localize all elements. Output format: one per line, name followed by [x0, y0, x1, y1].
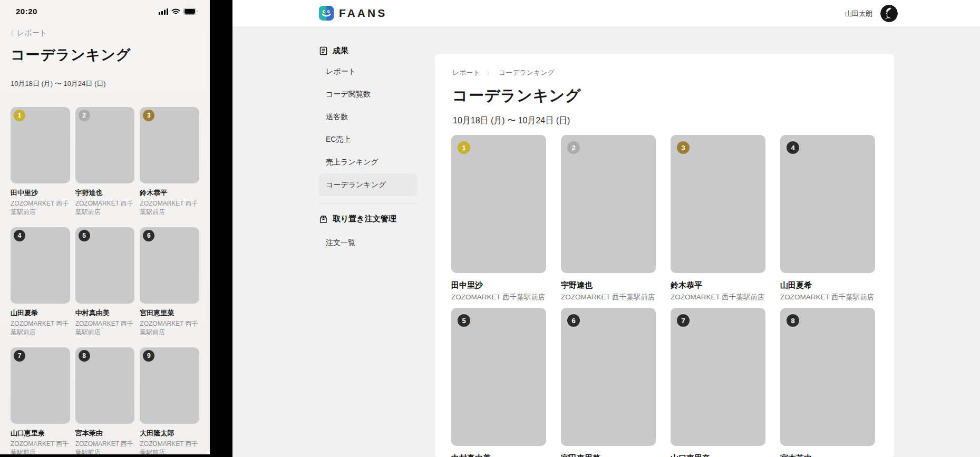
sidebar: 成果 レポート コーデ閲覧数 送客数 EC売上 売上ランキング コーデランキング… [319, 45, 417, 254]
sidebar-section-title: 取り置き注文管理 [333, 214, 396, 224]
staff-name: 宇野達也 [75, 189, 135, 197]
rank-badge: 2 [79, 110, 90, 121]
store-name: ZOZOMARKET 西千葉駅前店 [140, 199, 199, 216]
sidebar-item-コーデ閲覧数[interactable]: コーデ閲覧数 [319, 83, 417, 105]
ranking-card[interactable]: 4 山田夏希 ZOZOMARKET 西千葉駅前店 [780, 135, 875, 302]
phone-bottom-bar [0, 454, 210, 457]
ranking-card[interactable]: 2 宇野達也 ZOZOMARKET 西千葉駅前店 [75, 107, 135, 216]
brand-name: FAANS [339, 7, 387, 20]
staff-name: 山口恵里奈 [11, 429, 70, 437]
breadcrumb-item-report[interactable]: レポート [452, 68, 480, 77]
ranking-card[interactable]: 6 宮田恵里菜 ZOZOMARKET 西千葉駅前店 [561, 308, 656, 457]
ranking-card[interactable]: 6 宮田恵里菜 ZOZOMARKET 西千葉駅前店 [140, 227, 199, 336]
ranking-card[interactable]: 3 鈴木恭平 ZOZOMARKET 西千葉駅前店 [671, 135, 765, 302]
store-name: ZOZOMARKET 西千葉駅前店 [75, 319, 135, 336]
package-icon [319, 215, 328, 223]
desktop-panel: FAANS 山田太朗 成果 レポート [232, 0, 980, 457]
sidebar-item-レポート[interactable]: レポート [319, 60, 417, 83]
status-time: 20:20 [16, 7, 37, 16]
brand-logo[interactable]: FAANS [319, 6, 387, 21]
coordinate-image-placeholder[interactable]: 5 [451, 308, 546, 446]
coordinate-image-placeholder[interactable]: 4 [780, 135, 875, 273]
wifi-icon [171, 8, 180, 15]
staff-name: 中村真由美 [451, 453, 546, 457]
rank-badge: 1 [14, 110, 25, 121]
sidebar-item-EC売上[interactable]: EC売上 [319, 128, 417, 151]
store-name: ZOZOMARKET 西千葉駅前店 [140, 319, 199, 336]
chevron-right-icon: 〉 [487, 69, 492, 77]
staff-name: 宮本茉由 [75, 429, 135, 437]
staff-name: 山田夏希 [11, 309, 70, 317]
breadcrumb-item-current: コーデランキング [499, 68, 555, 77]
staff-name: 宇野達也 [561, 280, 656, 290]
signal-strength-icon [159, 8, 168, 15]
rank-badge: 3 [677, 141, 690, 154]
staff-name: 宮田恵里菜 [561, 453, 656, 457]
back-button[interactable]: 〈 レポート [6, 28, 47, 38]
ranking-card[interactable]: 8 宮本茉由 ZOZOMARKET 西千葉駅前店 [780, 308, 875, 457]
coordinate-image-placeholder[interactable]: 6 [561, 308, 656, 446]
rank-badge: 1 [458, 141, 470, 154]
ranking-card[interactable]: 8 宮本茉由 ZOZOMARKET 西千葉駅前店 [75, 347, 135, 456]
rank-badge: 5 [79, 230, 90, 241]
back-label: レポート [17, 28, 47, 38]
ranking-card[interactable]: 7 山口恵里奈 ZOZOMARKET 西千葉駅前店 [671, 308, 765, 457]
store-name: ZOZOMARKET 西千葉駅前店 [451, 293, 546, 302]
ranking-card[interactable]: 9 大田隆太郎 ZOZOMARKET 西千葉駅前店 [140, 347, 199, 456]
app-header: FAANS 山田太朗 [232, 0, 980, 27]
chevron-left-icon: 〈 [6, 30, 14, 37]
staff-name: 田中里沙 [451, 280, 546, 290]
rank-badge: 3 [143, 110, 154, 121]
staff-name: 田中里沙 [11, 189, 70, 197]
coordinate-image-placeholder[interactable]: 5 [75, 227, 135, 304]
sidebar-item-売上ランキング[interactable]: 売上ランキング [319, 151, 417, 173]
sidebar-section-results: 成果 [319, 45, 417, 56]
coordinate-image-placeholder[interactable]: 1 [11, 107, 70, 183]
staff-name: 宮田恵里菜 [140, 309, 199, 317]
coordinate-image-placeholder[interactable]: 8 [75, 347, 135, 424]
ranking-card[interactable]: 7 山口恵里奈 ZOZOMARKET 西千葉駅前店 [11, 347, 70, 456]
ranking-card[interactable]: 1 田中里沙 ZOZOMARKET 西千葉駅前店 [451, 135, 546, 302]
coordinate-image-placeholder[interactable]: 8 [780, 308, 875, 446]
coordinate-image-placeholder[interactable]: 7 [11, 347, 70, 424]
rank-badge: 6 [143, 230, 154, 241]
faans-logo-icon [319, 6, 334, 21]
sidebar-item-コーデランキング[interactable]: コーデランキング [319, 173, 417, 196]
status-icons [159, 8, 198, 15]
ranking-card[interactable]: 1 田中里沙 ZOZOMARKET 西千葉駅前店 [11, 107, 70, 216]
avatar[interactable] [880, 5, 898, 22]
ranking-card[interactable]: 3 鈴木恭平 ZOZOMARKET 西千葉駅前店 [140, 107, 199, 216]
ranking-card[interactable]: 4 山田夏希 ZOZOMARKET 西千葉駅前店 [11, 227, 70, 336]
coordinate-image-placeholder[interactable]: 6 [140, 227, 199, 304]
ranking-card[interactable]: 5 中村真由美 ZOZOMARKET 西千葉駅前店 [451, 308, 546, 457]
battery-icon [183, 8, 198, 15]
user-menu[interactable]: 山田太朗 [845, 5, 898, 22]
page-title: コーデランキング [452, 85, 581, 106]
rank-badge: 7 [14, 350, 25, 362]
coordinate-image-placeholder[interactable]: 3 [671, 135, 765, 273]
staff-name: 山田夏希 [780, 280, 875, 290]
sidebar-list-orders: 注文一覧 [319, 231, 417, 254]
coordinate-image-placeholder[interactable]: 3 [140, 107, 199, 183]
coordinate-image-placeholder[interactable]: 7 [671, 308, 765, 446]
sidebar-item-注文一覧[interactable]: 注文一覧 [319, 231, 417, 254]
store-name: ZOZOMARKET 西千葉駅前店 [75, 199, 135, 216]
coordinate-image-placeholder[interactable]: 4 [11, 227, 70, 304]
coordinate-image-placeholder[interactable]: 2 [561, 135, 656, 273]
staff-name: 宮本茉由 [780, 453, 875, 457]
store-name: ZOZOMARKET 西千葉駅前店 [11, 199, 70, 216]
coordinate-image-placeholder[interactable]: 9 [140, 347, 199, 424]
sidebar-item-送客数[interactable]: 送客数 [319, 105, 417, 128]
phone-panel: 20:20 〈 レポート コーデランキング 10月18日 (月) 〜 10月24… [0, 0, 210, 457]
ranking-card[interactable]: 2 宇野達也 ZOZOMARKET 西千葉駅前店 [561, 135, 656, 302]
page-title: コーデランキング [11, 45, 131, 64]
rank-badge: 6 [567, 314, 580, 327]
ranking-grid: 1 田中里沙 ZOZOMARKET 西千葉駅前店 2 宇野達也 ZOZOMARK… [11, 107, 199, 456]
staff-name: 山口恵里奈 [671, 453, 765, 457]
coordinate-image-placeholder[interactable]: 2 [75, 107, 135, 183]
store-name: ZOZOMARKET 西千葉駅前店 [11, 319, 70, 336]
ranking-card[interactable]: 5 中村真由美 ZOZOMARKET 西千葉駅前店 [75, 227, 135, 336]
store-name: ZOZOMARKET 西千葉駅前店 [671, 293, 765, 302]
coordinate-image-placeholder[interactable]: 1 [451, 135, 546, 273]
user-name: 山田太朗 [845, 9, 872, 18]
